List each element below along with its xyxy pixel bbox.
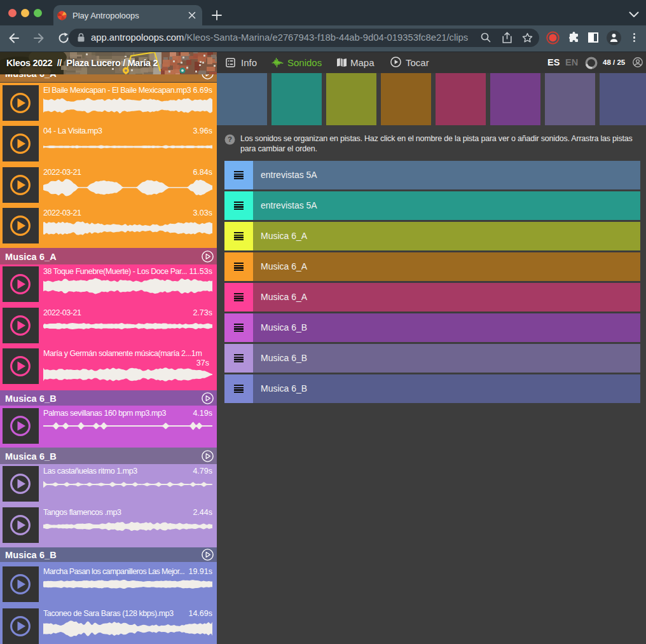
- svg-text:?: ?: [228, 135, 232, 143]
